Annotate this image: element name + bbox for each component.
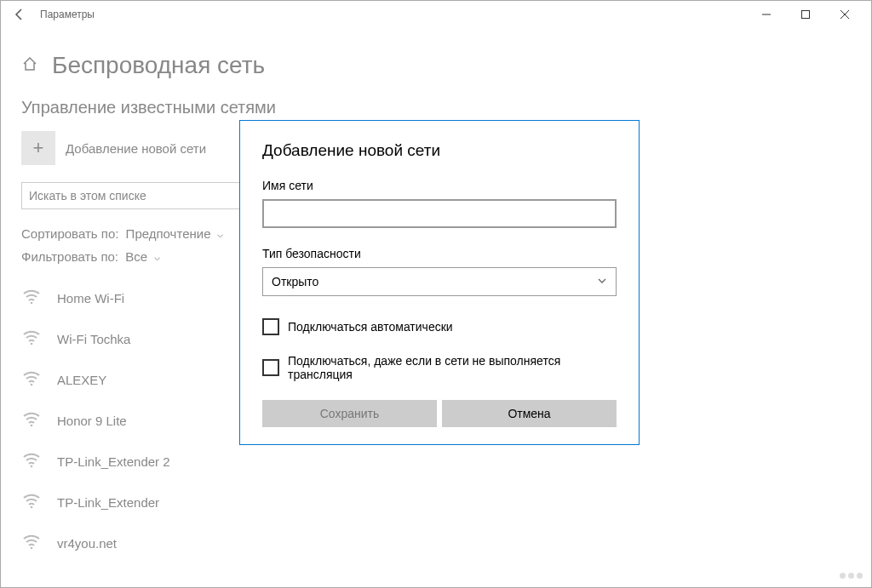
add-network-dialog: Добавление новой сети Имя сети Тип безоп… (239, 120, 640, 445)
search-input[interactable]: Искать в этом списке (21, 182, 243, 209)
network-item[interactable]: vr4you.net (21, 522, 851, 563)
chevron-down-icon: ⌵ (217, 228, 223, 240)
section-heading: Управление известными сетями (21, 98, 851, 117)
network-name: Honor 9 Lite (57, 414, 127, 428)
wifi-icon (21, 368, 50, 391)
chevron-down-icon (597, 275, 607, 288)
dialog-title: Добавление новой сети (262, 141, 617, 160)
close-button[interactable] (825, 1, 864, 28)
connect-hidden-checkbox-row[interactable]: Подключаться, даже если в сети не выполн… (262, 354, 617, 381)
plus-icon: + (21, 131, 55, 165)
security-type-value: Открыто (272, 275, 318, 288)
svg-rect-1 (802, 11, 810, 19)
filter-value: Все (125, 249, 147, 264)
network-name: TP-Link_Extender (57, 495, 159, 510)
network-name: ALEXEY (57, 373, 106, 387)
network-name: Wi-Fi Tochka (57, 332, 130, 346)
network-name-label: Имя сети (262, 179, 617, 192)
network-item[interactable]: TP-Link_Extender 2 (21, 441, 851, 482)
save-button[interactable]: Сохранить (262, 400, 437, 427)
wifi-icon (21, 327, 50, 351)
home-icon[interactable] (21, 55, 38, 76)
svg-point-5 (31, 343, 33, 345)
auto-connect-checkbox-row[interactable]: Подключаться автоматически (262, 318, 617, 335)
wifi-icon (21, 531, 50, 555)
titlebar: Параметры (1, 1, 871, 28)
checkbox-icon[interactable] (262, 318, 279, 335)
cancel-button[interactable]: Отмена (442, 400, 617, 427)
network-item[interactable]: TP-Link_Extender (21, 482, 851, 522)
checkbox-icon[interactable] (262, 359, 279, 376)
chevron-down-icon: ⌵ (154, 251, 160, 263)
network-name-input[interactable] (262, 199, 617, 228)
watermark-dots (840, 573, 863, 579)
svg-point-8 (31, 465, 33, 468)
svg-point-10 (31, 547, 33, 550)
maximize-button[interactable] (786, 1, 825, 28)
wifi-icon (21, 286, 50, 310)
add-network-label: Добавление новой сети (66, 141, 206, 156)
svg-point-6 (31, 384, 33, 386)
minimize-button[interactable] (747, 1, 786, 28)
network-name: TP-Link_Extender 2 (57, 454, 170, 469)
search-placeholder-text: Искать в этом списке (29, 189, 146, 203)
security-type-select[interactable]: Открыто (262, 267, 617, 296)
sort-value: Предпочтение (126, 226, 211, 241)
back-button[interactable] (8, 3, 32, 26)
wifi-icon (21, 490, 50, 514)
svg-point-7 (31, 425, 33, 427)
network-name: Home Wi-Fi (57, 291, 124, 305)
security-type-label: Тип безопасности (262, 247, 617, 260)
filter-label: Фильтровать по: (21, 249, 118, 264)
auto-connect-label: Подключаться автоматически (288, 320, 453, 334)
connect-hidden-label: Подключаться, даже если в сети не выполн… (288, 354, 617, 381)
page-header: Беспроводная сеть (1, 28, 871, 88)
wifi-icon (21, 449, 50, 473)
page-title: Беспроводная сеть (52, 52, 265, 79)
wifi-icon (21, 408, 50, 432)
sort-label: Сортировать по: (21, 226, 118, 241)
svg-point-9 (31, 506, 33, 509)
svg-point-4 (31, 302, 33, 305)
network-name: vr4you.net (57, 536, 117, 551)
window-title: Параметры (40, 9, 747, 20)
